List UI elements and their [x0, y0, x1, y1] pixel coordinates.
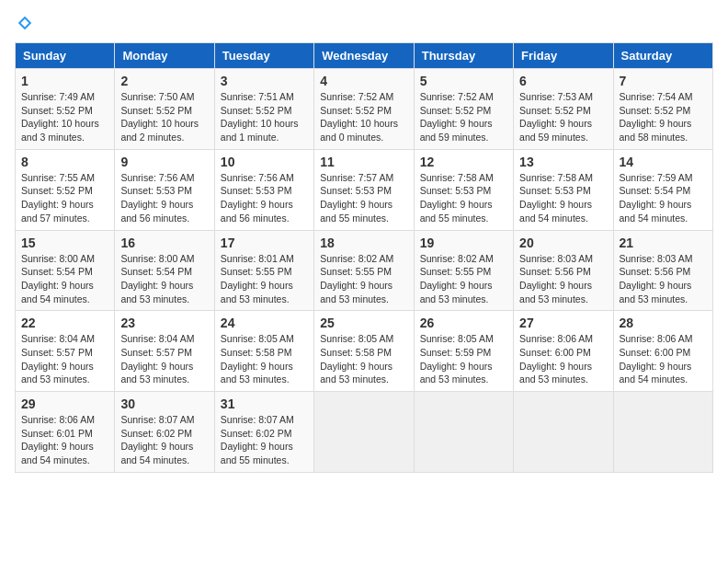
day-number: 17 — [221, 236, 308, 250]
day-number: 22 — [21, 316, 108, 330]
day-info: Sunrise: 8:02 AM Sunset: 5:55 PM Dayligh… — [420, 252, 507, 306]
day-info: Sunrise: 7:49 AM Sunset: 5:52 PM Dayligh… — [21, 90, 108, 144]
day-info: Sunrise: 7:57 AM Sunset: 5:53 PM Dayligh… — [320, 171, 407, 225]
day-info: Sunrise: 8:00 AM Sunset: 5:54 PM Dayligh… — [21, 252, 108, 306]
day-cell: 23 Sunrise: 8:04 AM Sunset: 5:57 PM Dayl… — [115, 311, 214, 392]
day-number: 5 — [420, 74, 507, 88]
day-number: 24 — [221, 316, 308, 330]
day-number: 23 — [120, 316, 208, 330]
day-cell: 22 Sunrise: 8:04 AM Sunset: 5:57 PM Dayl… — [16, 311, 115, 392]
day-number: 19 — [420, 236, 507, 250]
day-cell: 3 Sunrise: 7:51 AM Sunset: 5:52 PM Dayli… — [214, 69, 313, 150]
day-cell: 15 Sunrise: 8:00 AM Sunset: 5:54 PM Dayl… — [16, 230, 115, 311]
week-row-4: 22 Sunrise: 8:04 AM Sunset: 5:57 PM Dayl… — [16, 311, 713, 392]
logo-icon — [17, 15, 33, 31]
day-number: 3 — [221, 74, 308, 88]
day-info: Sunrise: 7:56 AM Sunset: 5:53 PM Dayligh… — [221, 171, 308, 225]
day-number: 14 — [620, 155, 707, 169]
day-number: 2 — [120, 74, 208, 88]
week-row-3: 15 Sunrise: 8:00 AM Sunset: 5:54 PM Dayl… — [16, 230, 713, 311]
day-info: Sunrise: 8:06 AM Sunset: 6:00 PM Dayligh… — [519, 332, 607, 386]
day-info: Sunrise: 8:07 AM Sunset: 6:02 PM Dayligh… — [120, 413, 208, 467]
week-row-2: 8 Sunrise: 7:55 AM Sunset: 5:52 PM Dayli… — [16, 149, 713, 230]
header — [15, 15, 713, 31]
header-sunday: Sunday — [16, 43, 115, 69]
day-cell: 8 Sunrise: 7:55 AM Sunset: 5:52 PM Dayli… — [16, 149, 115, 230]
day-cell: 10 Sunrise: 7:56 AM Sunset: 5:53 PM Dayl… — [214, 149, 313, 230]
calendar-header-row: SundayMondayTuesdayWednesdayThursdayFrid… — [16, 43, 713, 69]
day-info: Sunrise: 8:05 AM Sunset: 5:58 PM Dayligh… — [320, 332, 407, 386]
day-number: 12 — [420, 155, 507, 169]
day-cell — [514, 392, 613, 473]
day-cell: 20 Sunrise: 8:03 AM Sunset: 5:56 PM Dayl… — [514, 230, 613, 311]
day-number: 31 — [221, 396, 308, 411]
day-info: Sunrise: 7:58 AM Sunset: 5:53 PM Dayligh… — [519, 171, 607, 225]
day-info: Sunrise: 7:51 AM Sunset: 5:52 PM Dayligh… — [221, 90, 308, 144]
day-cell — [613, 392, 712, 473]
calendar: SundayMondayTuesdayWednesdayThursdayFrid… — [15, 42, 713, 473]
day-info: Sunrise: 7:52 AM Sunset: 5:52 PM Dayligh… — [320, 90, 407, 144]
day-info: Sunrise: 8:03 AM Sunset: 5:56 PM Dayligh… — [620, 252, 707, 306]
day-cell: 17 Sunrise: 8:01 AM Sunset: 5:55 PM Dayl… — [214, 230, 313, 311]
day-info: Sunrise: 8:03 AM Sunset: 5:56 PM Dayligh… — [519, 252, 607, 306]
day-info: Sunrise: 8:05 AM Sunset: 5:59 PM Dayligh… — [420, 332, 507, 386]
day-info: Sunrise: 8:06 AM Sunset: 6:01 PM Dayligh… — [21, 413, 108, 467]
day-number: 9 — [120, 155, 208, 169]
day-info: Sunrise: 8:04 AM Sunset: 5:57 PM Dayligh… — [21, 332, 108, 386]
header-thursday: Thursday — [414, 43, 513, 69]
day-number: 21 — [620, 236, 707, 250]
day-cell: 25 Sunrise: 8:05 AM Sunset: 5:58 PM Dayl… — [314, 311, 414, 392]
day-number: 15 — [21, 236, 108, 250]
day-cell — [314, 392, 414, 473]
day-info: Sunrise: 8:05 AM Sunset: 5:58 PM Dayligh… — [221, 332, 308, 386]
day-cell: 11 Sunrise: 7:57 AM Sunset: 5:53 PM Dayl… — [314, 149, 414, 230]
day-info: Sunrise: 7:54 AM Sunset: 5:52 PM Dayligh… — [620, 90, 707, 144]
day-cell: 30 Sunrise: 8:07 AM Sunset: 6:02 PM Dayl… — [115, 392, 214, 473]
day-info: Sunrise: 7:55 AM Sunset: 5:52 PM Dayligh… — [21, 171, 108, 225]
day-info: Sunrise: 8:04 AM Sunset: 5:57 PM Dayligh… — [120, 332, 208, 386]
day-number: 8 — [21, 155, 108, 169]
day-cell: 31 Sunrise: 8:07 AM Sunset: 6:02 PM Dayl… — [214, 392, 313, 473]
day-cell: 4 Sunrise: 7:52 AM Sunset: 5:52 PM Dayli… — [314, 69, 414, 150]
day-cell — [414, 392, 513, 473]
day-number: 1 — [21, 74, 108, 88]
day-number: 27 — [519, 316, 607, 330]
logo — [15, 15, 33, 31]
day-cell: 19 Sunrise: 8:02 AM Sunset: 5:55 PM Dayl… — [414, 230, 513, 311]
day-cell: 14 Sunrise: 7:59 AM Sunset: 5:54 PM Dayl… — [613, 149, 712, 230]
day-cell: 13 Sunrise: 7:58 AM Sunset: 5:53 PM Dayl… — [514, 149, 613, 230]
day-cell: 26 Sunrise: 8:05 AM Sunset: 5:59 PM Dayl… — [414, 311, 513, 392]
day-number: 25 — [320, 316, 407, 330]
day-number: 28 — [620, 316, 707, 330]
day-info: Sunrise: 7:59 AM Sunset: 5:54 PM Dayligh… — [620, 171, 707, 225]
day-number: 18 — [320, 236, 407, 250]
day-number: 20 — [519, 236, 607, 250]
day-info: Sunrise: 7:58 AM Sunset: 5:53 PM Dayligh… — [420, 171, 507, 225]
week-row-1: 1 Sunrise: 7:49 AM Sunset: 5:52 PM Dayli… — [16, 69, 713, 150]
day-info: Sunrise: 8:06 AM Sunset: 6:00 PM Dayligh… — [620, 332, 707, 386]
day-info: Sunrise: 7:56 AM Sunset: 5:53 PM Dayligh… — [120, 171, 208, 225]
day-info: Sunrise: 8:00 AM Sunset: 5:54 PM Dayligh… — [120, 252, 208, 306]
day-number: 26 — [420, 316, 507, 330]
day-cell: 27 Sunrise: 8:06 AM Sunset: 6:00 PM Dayl… — [514, 311, 613, 392]
day-cell: 1 Sunrise: 7:49 AM Sunset: 5:52 PM Dayli… — [16, 69, 115, 150]
day-info: Sunrise: 8:07 AM Sunset: 6:02 PM Dayligh… — [221, 413, 308, 467]
day-cell: 28 Sunrise: 8:06 AM Sunset: 6:00 PM Dayl… — [613, 311, 712, 392]
day-number: 6 — [519, 74, 607, 88]
week-row-5: 29 Sunrise: 8:06 AM Sunset: 6:01 PM Dayl… — [16, 392, 713, 473]
header-monday: Monday — [115, 43, 214, 69]
day-cell: 6 Sunrise: 7:53 AM Sunset: 5:52 PM Dayli… — [514, 69, 613, 150]
day-cell: 24 Sunrise: 8:05 AM Sunset: 5:58 PM Dayl… — [214, 311, 313, 392]
day-cell: 18 Sunrise: 8:02 AM Sunset: 5:55 PM Dayl… — [314, 230, 414, 311]
day-number: 11 — [320, 155, 407, 169]
day-number: 13 — [519, 155, 607, 169]
day-number: 16 — [120, 236, 208, 250]
day-number: 30 — [120, 396, 208, 411]
day-info: Sunrise: 8:01 AM Sunset: 5:55 PM Dayligh… — [221, 252, 308, 306]
day-cell: 16 Sunrise: 8:00 AM Sunset: 5:54 PM Dayl… — [115, 230, 214, 311]
day-number: 29 — [21, 396, 108, 411]
day-number: 4 — [320, 74, 407, 88]
day-cell: 29 Sunrise: 8:06 AM Sunset: 6:01 PM Dayl… — [16, 392, 115, 473]
day-cell: 5 Sunrise: 7:52 AM Sunset: 5:52 PM Dayli… — [414, 69, 513, 150]
header-friday: Friday — [514, 43, 613, 69]
